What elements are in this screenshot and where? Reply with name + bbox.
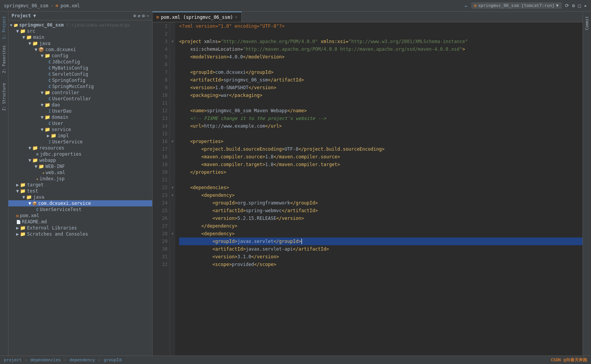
fold-28[interactable]: ▼ (170, 230, 175, 238)
project-panel: Project ▼ ⊕ ⇄ ⚙ − ▼ 📁 springmvc_06_ssm C… (8, 12, 153, 356)
title-bar-left: springmvc_06_ssm › m pom.xml (4, 3, 80, 8)
tree-label-test: test (27, 188, 38, 194)
tree-item-controller[interactable]: ▼ 📁 controller (8, 90, 152, 96)
tree-item-target[interactable]: ▶ 📁 target (8, 182, 152, 188)
settings-icon[interactable]: ⚙ (572, 3, 575, 8)
right-sidebar-tabs: Commit (583, 12, 591, 356)
tree-item-SpringMvcConfig[interactable]: C SpringMvcConfig (8, 83, 152, 90)
project-name-title: springmvc_06_ssm (4, 3, 48, 8)
code-line-7: <groupId>com.dcxuexi</groupId> (179, 68, 583, 76)
tree-item-MyBatisConfig[interactable]: C MyBatisConfig (8, 65, 152, 71)
tree-label-dao: dao (51, 102, 60, 108)
tree-label-scratches: Scratches and Consoles (27, 231, 88, 237)
tree-item-jdbc-properties[interactable]: ≡ jdbc.properties (8, 151, 152, 157)
tree-label-com-dcxuexi-service: com.dcxuexi.service (38, 201, 91, 206)
minimize-icon[interactable]: − (146, 13, 149, 18)
fold-3[interactable] (170, 22, 175, 30)
tab-close-icon[interactable]: × (235, 15, 237, 19)
tree-label-UserServiceTest: UserServiceTest (40, 207, 81, 212)
sidebar-tab-favorites[interactable]: 2: Favorites (1, 42, 7, 76)
tree-item-test[interactable]: ▼ 📁 test (8, 188, 152, 194)
tree-item-ext-libs[interactable]: ▶ 📁 External Libraries (8, 225, 152, 231)
tree-item-src[interactable]: ▼ 📁 src (8, 28, 152, 34)
layout-icon[interactable]: □ (578, 3, 581, 8)
title-bar: springmvc_06_ssm › m pom.xml ← m springm… (0, 0, 591, 12)
fold-22[interactable]: ▼ (170, 184, 175, 191)
tree-item-com-dcxuexi-service[interactable]: ▼ 📦 com.dcxuexi.service (8, 200, 152, 206)
tree-item-UserService[interactable]: I UserService (8, 139, 152, 145)
code-line-6 (179, 61, 583, 68)
tree-label-domain: domain (51, 115, 68, 120)
refresh-icon[interactable]: ⟳ (565, 3, 569, 8)
tree-item-scratches[interactable]: ▶ 📁 Scratches and Consoles (8, 231, 152, 237)
code-line-21 (179, 176, 583, 184)
tree-root[interactable]: ▼ 📁 springmvc_06_ssm C:\java\idea-worksp… (8, 22, 152, 28)
tree-item-JdbcConfig[interactable]: C JdbcConfig (8, 59, 152, 65)
line-numbers: 1 2 3 4 5 6 7 8 9 10 11 12 13 14 15 16 1… (153, 22, 170, 356)
run-config-label: springmvc_06_ssm [tomcat7:run] (478, 3, 554, 8)
back-icon[interactable]: ← (465, 3, 468, 9)
editor-tab-pom[interactable]: m pom.xml (springmvc_06_ssm) × (153, 12, 242, 22)
tree-item-UserDao[interactable]: I UserDao (8, 108, 152, 114)
code-line-13: <!-- FIXME change it to the project's we… (179, 115, 583, 122)
tree-label-service: service (51, 127, 71, 132)
sidebar-tab-structure[interactable]: Z: Structure (1, 80, 7, 114)
left-sidebar-tabs: 1: Project 2: Favorites Z: Structure (0, 12, 8, 356)
tree-item-WEB-INF[interactable]: ▼ 📁 WEB-INF (8, 163, 152, 170)
tree-item-pom-xml[interactable]: m pom.xml (8, 213, 152, 219)
sidebar-tab-project[interactable]: 1: Project (1, 13, 7, 42)
tree-label-main: main (33, 35, 44, 40)
editor-area: m pom.xml (springmvc_06_ssm) × 1 2 3 4 5… (153, 12, 583, 356)
code-line-3: <project xmlns="http://maven.apache.org/… (179, 38, 583, 45)
code-editor[interactable]: 1 2 3 4 5 6 7 8 9 10 11 12 13 14 15 16 1… (153, 22, 583, 356)
fold-3b[interactable]: ▼ (170, 38, 175, 45)
title-bar-right: ← m springmvc_06_ssm [tomcat7:run] ▼ ⟳ ⚙… (465, 2, 587, 9)
code-line-31: <version>3.1.0</version> (179, 253, 583, 261)
tree-item-java-test[interactable]: ▼ 📁 java (8, 194, 152, 200)
cursor (301, 239, 302, 244)
tree-item-UserServiceTest[interactable]: C UserServiceTest (8, 206, 152, 213)
code-line-30: <artifactId>javax.servlet-api</artifactI… (179, 245, 583, 253)
code-line-5: <modelVersion>4.0.0</modelVersion> (179, 53, 583, 61)
tree-item-resources[interactable]: ▼ 📁 resources (8, 145, 152, 151)
sidebar-tab-commit[interactable]: Commit (584, 13, 590, 33)
tree-label-index-jsp: index.jsp (40, 176, 65, 181)
tree-label-pom-xml: pom.xml (20, 213, 40, 218)
tree-item-dao[interactable]: ▼ 📁 dao (8, 102, 152, 108)
tree-item-com-dcxuexi[interactable]: ▼ 📦 com.dcxuexi (8, 47, 152, 53)
maven-icon-title: m (56, 3, 58, 8)
tree-label-JdbcConfig: JdbcConfig (52, 59, 80, 65)
more-icon[interactable]: ▸ (584, 3, 587, 8)
code-line-29: <groupId>javax.servlet</groupId> (179, 238, 583, 245)
tree-container[interactable]: ▼ 📁 springmvc_06_ssm C:\java\idea-worksp… (8, 20, 152, 356)
code-content[interactable]: <?xml version="1.0" encoding="UTF-8"?> <… (175, 22, 583, 356)
tree-label-UserDao: UserDao (52, 108, 72, 114)
tree-item-webapp[interactable]: ▼ 📁 webapp (8, 157, 152, 163)
tree-item-UserController[interactable]: C UserController (8, 96, 152, 102)
code-line-26: <version>5.2.15.RELEASE</version> (179, 214, 583, 222)
tree-item-SpringConfig[interactable]: C SpringConfig (8, 77, 152, 83)
tree-item-impl[interactable]: ▶ 📁 impl (8, 133, 152, 139)
tree-item-ServletConfig[interactable]: C ServletConfig (8, 71, 152, 77)
tree-item-User[interactable]: C User (8, 120, 152, 126)
tree-label-src: src (27, 28, 35, 34)
tree-item-domain[interactable]: ▼ 📁 domain (8, 114, 152, 120)
project-panel-dropdown[interactable]: ▼ (33, 13, 36, 18)
tree-item-service[interactable]: ▼ 📁 service (8, 126, 152, 133)
tree-item-web-xml[interactable]: ✦ web.xml (8, 170, 152, 176)
layout-icon2[interactable]: ⇄ (138, 13, 140, 18)
fold-23[interactable]: ▼ (170, 191, 175, 199)
scope-icon[interactable]: ⊕ (133, 13, 136, 18)
code-line-8: <artifactId>springmvc_06_ssm</artifactId… (179, 76, 583, 84)
fold-16[interactable]: ▼ (170, 138, 175, 145)
run-config[interactable]: m springmvc_06_ssm [tomcat7:run] ▼ (471, 2, 562, 9)
tree-item-main[interactable]: ▼ 📁 main (8, 34, 152, 40)
tree-label-resources: resources (39, 145, 64, 151)
tree-item-java-main[interactable]: ▼ 📁 java (8, 40, 152, 47)
tab-maven-icon: m (156, 15, 159, 20)
tree-item-config[interactable]: ▼ 📁 config (8, 53, 152, 59)
settings-icon2[interactable]: ⚙ (142, 13, 145, 18)
code-line-17: <project.build.sourceEncoding>UTF-8</pro… (179, 145, 583, 153)
tree-item-README-md[interactable]: 📄 README.md (8, 219, 152, 225)
tree-item-index-jsp[interactable]: ✦ index.jsp (8, 176, 152, 182)
